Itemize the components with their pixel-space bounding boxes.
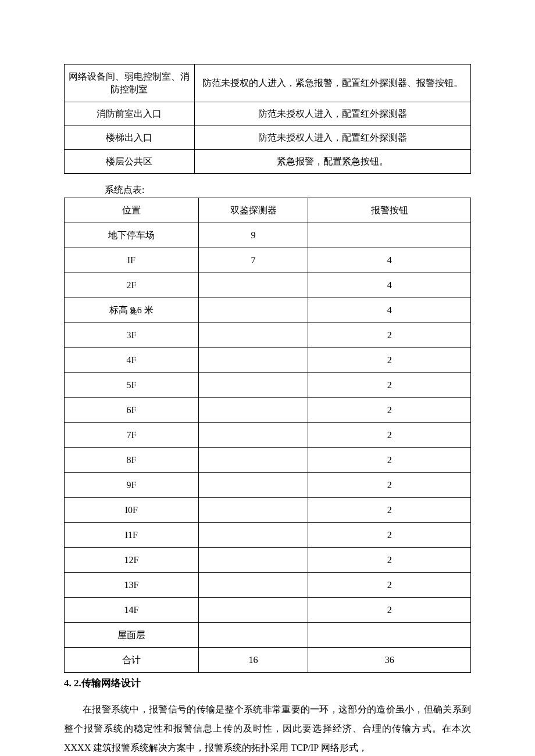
cell: 2 — [308, 323, 471, 348]
cell: 7 — [198, 248, 308, 273]
cell: IF — [65, 248, 199, 273]
heading-number: 4. 2. — [64, 678, 81, 689]
cell: 2F — [65, 273, 199, 298]
table-row: 6F2 — [65, 398, 471, 423]
cell: 2 — [308, 523, 471, 548]
cell: 2 — [308, 473, 471, 498]
cell — [198, 548, 308, 573]
cell: 14F — [65, 598, 199, 623]
cell: 4 — [308, 273, 471, 298]
table-row: 2F4 — [65, 273, 471, 298]
cell: 4 — [308, 248, 471, 273]
body-paragraph: 在报警系统中，报警信号的传输是整个系统非常重要的一环，这部分的造价虽小，但确关系… — [64, 700, 471, 756]
cell — [198, 623, 308, 648]
table-row: 消防前室出入口 防范未授权人进入，配置红外探测器 — [65, 102, 471, 126]
cell: 4F — [65, 348, 199, 373]
cell: 2 — [308, 423, 471, 448]
cell: I0F — [65, 498, 199, 523]
cell: 屋面层 — [65, 623, 199, 648]
cell: 防范未授权的人进入，紧急报警，配置红外探测器、报警按钮。 — [194, 65, 470, 102]
cell — [198, 598, 308, 623]
col-header: 报警按钮 — [308, 198, 471, 223]
cell: 9F — [65, 473, 199, 498]
cell: 5F — [65, 373, 199, 398]
cell — [198, 373, 308, 398]
cell: 7F — [65, 423, 199, 448]
cell — [198, 323, 308, 348]
cell: 楼层公共区 — [65, 150, 195, 174]
table-config: 网络设备间、弱电控制室、消防控制室 防范未授权的人进入，紧急报警，配置红外探测器… — [64, 64, 471, 174]
table-row: 地下停车场9 — [65, 223, 471, 248]
cell: 13F — [65, 573, 199, 598]
cell — [198, 448, 308, 473]
table-row: IF74 — [65, 248, 471, 273]
cell: 2 — [308, 573, 471, 598]
cell — [198, 473, 308, 498]
cell: 防范未授权人进入，配置红外探测器 — [194, 126, 470, 150]
table-row: 4F2 — [65, 348, 471, 373]
table-row: 13F2 — [65, 573, 471, 598]
table-row: 标高 9.6 米4 — [65, 298, 471, 323]
cell: 8F — [65, 448, 199, 473]
cell: 2 — [308, 598, 471, 623]
cell — [198, 423, 308, 448]
cell — [198, 573, 308, 598]
table-header-row: 位置 双鉴探测器 报警按钮 — [65, 198, 471, 223]
cell — [308, 623, 471, 648]
table-row: 网络设备间、弱电控制室、消防控制室 防范未授权的人进入，紧急报警，配置红外探测器… — [65, 65, 471, 102]
table-row: I1F2 — [65, 523, 471, 548]
table-row: 合计1636 — [65, 648, 471, 673]
table-row: 12F2 — [65, 548, 471, 573]
table-caption: 系统点表: — [105, 184, 471, 196]
col-header: 位置 — [65, 198, 199, 223]
cell — [198, 523, 308, 548]
table-row: I0F2 — [65, 498, 471, 523]
table-row: 8F2 — [65, 448, 471, 473]
cell: 消防前室出入口 — [65, 102, 195, 126]
cell: 紧急报警，配置紧急按钮。 — [194, 150, 470, 174]
table-row: 屋面层 — [65, 623, 471, 648]
table-row: 7F2 — [65, 423, 471, 448]
cell: 3F — [65, 323, 199, 348]
section-heading: 4. 2.传输网络设计 — [64, 676, 471, 690]
cell: 16 — [198, 648, 308, 673]
cell: 12F — [65, 548, 199, 573]
cell: 2 — [308, 498, 471, 523]
cell — [308, 223, 471, 248]
cell: 2 — [308, 548, 471, 573]
heading-text: 传输网络设计 — [81, 678, 141, 689]
table-row: 3F2 — [65, 323, 471, 348]
page: 网络设备间、弱电控制室、消防控制室 防范未授权的人进入，紧急报警，配置红外探测器… — [0, 0, 535, 756]
cell: 网络设备间、弱电控制室、消防控制室 — [65, 65, 195, 102]
table-row: 14F2 — [65, 598, 471, 623]
cell — [198, 498, 308, 523]
col-header: 双鉴探测器 — [198, 198, 308, 223]
cell: I1F — [65, 523, 199, 548]
cell — [198, 348, 308, 373]
table-points-wrap: 位置 双鉴探测器 报警按钮 地下停车场9 IF74 2F4 标高 9.6 米4 … — [64, 198, 471, 673]
cell: 地下停车场 — [65, 223, 199, 248]
cell: 2 — [308, 448, 471, 473]
cell: 6F — [65, 398, 199, 423]
cell: 楼梯出入口 — [65, 126, 195, 150]
cell: 4 — [308, 298, 471, 323]
cell — [198, 298, 308, 323]
cell: 2 — [308, 348, 471, 373]
cell: 合计 — [65, 648, 199, 673]
cell: 36 — [308, 648, 471, 673]
cell-annotation: 处 — [130, 308, 137, 315]
cell: 2 — [308, 373, 471, 398]
table-row: 楼梯出入口 防范未授权人进入，配置红外探测器 — [65, 126, 471, 150]
table-row: 9F2 — [65, 473, 471, 498]
cell: 2 — [308, 398, 471, 423]
cell: 防范未授权人进入，配置红外探测器 — [194, 102, 470, 126]
cell: 9 — [198, 223, 308, 248]
cell — [198, 273, 308, 298]
cell — [198, 398, 308, 423]
table-points: 位置 双鉴探测器 报警按钮 地下停车场9 IF74 2F4 标高 9.6 米4 … — [64, 198, 471, 673]
table-row: 5F2 — [65, 373, 471, 398]
table-row: 楼层公共区 紧急报警，配置紧急按钮。 — [65, 150, 471, 174]
